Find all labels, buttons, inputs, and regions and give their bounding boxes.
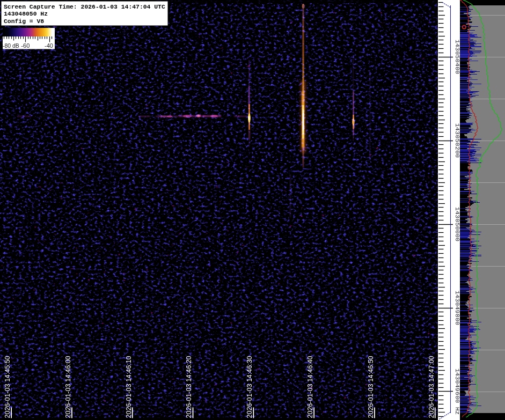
svg-text:143050000: 143050000 <box>453 207 461 242</box>
svg-text:143049600 Hz: 143049600 Hz <box>453 369 461 415</box>
svg-text:143048050 Hz: 143048050 Hz <box>4 11 48 17</box>
svg-text:143050200: 143050200 <box>453 123 461 158</box>
svg-text:2026-01-03 14:46:10: 2026-01-03 14:46:10 <box>125 356 133 418</box>
svg-text:-60: -60 <box>21 42 30 49</box>
svg-text:143050400: 143050400 <box>453 40 461 75</box>
svg-text:2026-01-03 14:45:50: 2026-01-03 14:45:50 <box>4 356 11 418</box>
svg-text:2026-01-03 14:46:40: 2026-01-03 14:46:40 <box>306 356 314 418</box>
svg-text:Config = V8: Config = V8 <box>4 18 44 25</box>
svg-text:2026-01-03 14:46:50: 2026-01-03 14:46:50 <box>367 356 375 418</box>
svg-text:-80 dB: -80 dB <box>3 42 19 49</box>
svg-text:143049800: 143049800 <box>453 291 461 326</box>
svg-text:2026-01-03 14:46:00: 2026-01-03 14:46:00 <box>64 356 72 418</box>
svg-text:2026-01-03 14:47:00: 2026-01-03 14:47:00 <box>428 356 435 418</box>
svg-text:2026-01-03 14:46:20: 2026-01-03 14:46:20 <box>185 356 193 418</box>
svg-text:Screen Capture Time: 2026-01-0: Screen Capture Time: 2026-01-03 14:47:04… <box>4 4 165 10</box>
svg-text:2026-01-03 14:46:30: 2026-01-03 14:46:30 <box>246 356 253 418</box>
svg-text:-40: -40 <box>45 42 53 49</box>
